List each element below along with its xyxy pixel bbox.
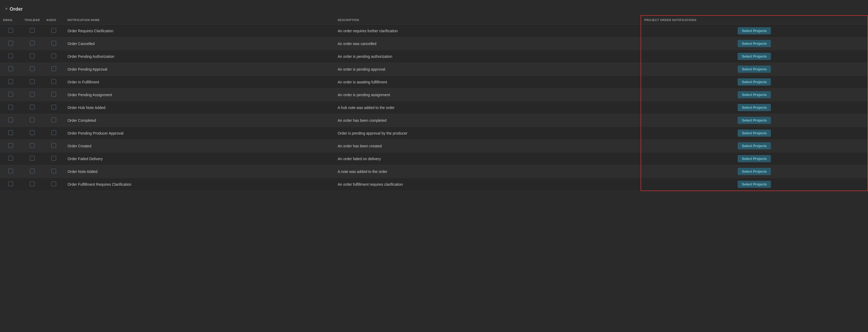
email-checkbox[interactable] xyxy=(8,117,13,122)
toolbar-checkbox-cell xyxy=(21,140,43,153)
table-row: Order Failed DeliveryAn order failed on … xyxy=(0,153,868,165)
notification-name: Order Fulfillment Requires Clarification xyxy=(64,178,334,191)
email-checkbox[interactable] xyxy=(8,79,13,84)
table-row: Order Note AddedA note was added to the … xyxy=(0,165,868,178)
toolbar-checkbox[interactable] xyxy=(30,117,35,122)
col-toolbar: TOOLBAR xyxy=(21,16,43,25)
audio-checkbox[interactable] xyxy=(51,92,56,97)
select-projects-button[interactable]: Select Projects xyxy=(738,104,771,111)
audio-checkbox[interactable] xyxy=(51,28,56,33)
toolbar-checkbox[interactable] xyxy=(30,143,35,148)
audio-checkbox[interactable] xyxy=(51,105,56,110)
notification-name: Order Note Added xyxy=(64,165,334,178)
col-email: EMAIL xyxy=(0,16,21,25)
email-checkbox[interactable] xyxy=(8,182,13,186)
audio-checkbox-cell xyxy=(43,178,64,191)
select-projects-button[interactable]: Select Projects xyxy=(738,27,771,34)
email-checkbox[interactable] xyxy=(8,156,13,161)
email-checkbox[interactable] xyxy=(8,41,13,46)
select-projects-button[interactable]: Select Projects xyxy=(738,117,771,124)
audio-checkbox[interactable] xyxy=(51,117,56,122)
email-checkbox[interactable] xyxy=(8,143,13,148)
toolbar-checkbox[interactable] xyxy=(30,54,35,58)
email-checkbox[interactable] xyxy=(8,54,13,58)
audio-checkbox[interactable] xyxy=(51,79,56,84)
project-select-cell: Select Projects xyxy=(641,165,868,178)
toolbar-checkbox[interactable] xyxy=(30,105,35,110)
toolbar-checkbox[interactable] xyxy=(30,79,35,84)
audio-checkbox-cell xyxy=(43,114,64,127)
toolbar-checkbox-cell xyxy=(21,178,43,191)
select-projects-button[interactable]: Select Projects xyxy=(738,53,771,60)
section-title: Order xyxy=(9,6,23,12)
select-projects-button[interactable]: Select Projects xyxy=(738,40,771,47)
notification-name: Order Pending Approval xyxy=(64,63,334,76)
audio-checkbox-cell xyxy=(43,76,64,88)
collapse-icon[interactable]: ^ xyxy=(5,7,7,11)
email-checkbox-cell xyxy=(0,76,21,88)
audio-checkbox-cell xyxy=(43,140,64,153)
email-checkbox[interactable] xyxy=(8,66,13,71)
toolbar-checkbox-cell xyxy=(21,88,43,101)
toolbar-checkbox-cell xyxy=(21,63,43,76)
toolbar-checkbox[interactable] xyxy=(30,130,35,135)
notification-description: An order failed on delivery xyxy=(334,153,641,165)
email-checkbox[interactable] xyxy=(8,130,13,135)
col-project-order: PROJECT ORDER NOTIFICATIONS xyxy=(641,16,868,25)
project-select-cell: Select Projects xyxy=(641,114,868,127)
page-container: ^ Order EMAIL TOOLBAR AUDIO NOTIFICATION… xyxy=(0,0,868,191)
notification-name: Order Pending Producer Approval xyxy=(64,127,334,140)
toolbar-checkbox[interactable] xyxy=(30,156,35,161)
toolbar-checkbox[interactable] xyxy=(30,41,35,46)
select-projects-button[interactable]: Select Projects xyxy=(738,155,771,162)
project-select-cell: Select Projects xyxy=(641,63,868,76)
audio-checkbox-cell xyxy=(43,101,64,114)
email-checkbox-cell xyxy=(0,88,21,101)
notification-description: A note was added to the order xyxy=(334,165,641,178)
audio-checkbox[interactable] xyxy=(51,143,56,148)
notification-description: An order requires further clarification xyxy=(334,25,641,37)
email-checkbox-cell xyxy=(0,50,21,63)
select-projects-button[interactable]: Select Projects xyxy=(738,168,771,175)
select-projects-button[interactable]: Select Projects xyxy=(738,181,771,188)
audio-checkbox-cell xyxy=(43,153,64,165)
toolbar-checkbox[interactable] xyxy=(30,169,35,173)
audio-checkbox[interactable] xyxy=(51,41,56,46)
select-projects-button[interactable]: Select Projects xyxy=(738,142,771,149)
notification-name: Order In Fulfillment xyxy=(64,76,334,88)
notification-description: An order has been completed xyxy=(334,114,641,127)
project-select-cell: Select Projects xyxy=(641,153,868,165)
notification-name: Order Created xyxy=(64,140,334,153)
select-projects-button[interactable]: Select Projects xyxy=(738,78,771,86)
notification-name: Order Hub Note Added xyxy=(64,101,334,114)
audio-checkbox[interactable] xyxy=(51,169,56,173)
audio-checkbox[interactable] xyxy=(51,182,56,186)
audio-checkbox[interactable] xyxy=(51,66,56,71)
email-checkbox[interactable] xyxy=(8,28,13,33)
email-checkbox[interactable] xyxy=(8,92,13,97)
toolbar-checkbox[interactable] xyxy=(30,182,35,186)
table-row: Order CompletedAn order has been complet… xyxy=(0,114,868,127)
audio-checkbox[interactable] xyxy=(51,156,56,161)
email-checkbox[interactable] xyxy=(8,105,13,110)
select-projects-button[interactable]: Select Projects xyxy=(738,65,771,73)
notification-name: Order Cancelled xyxy=(64,37,334,50)
email-checkbox[interactable] xyxy=(8,169,13,173)
toolbar-checkbox[interactable] xyxy=(30,28,35,33)
table-row: Order Requires ClarificationAn order req… xyxy=(0,25,868,37)
select-projects-button[interactable]: Select Projects xyxy=(738,130,771,137)
notification-description: An order is pending authorization xyxy=(334,50,641,63)
table-row: Order Pending AssignmentAn order is pend… xyxy=(0,88,868,101)
toolbar-checkbox[interactable] xyxy=(30,92,35,97)
audio-checkbox[interactable] xyxy=(51,54,56,58)
audio-checkbox[interactable] xyxy=(51,130,56,135)
email-checkbox-cell xyxy=(0,114,21,127)
notification-description: An order has been created xyxy=(334,140,641,153)
email-checkbox-cell xyxy=(0,140,21,153)
toolbar-checkbox-cell xyxy=(21,50,43,63)
email-checkbox-cell xyxy=(0,165,21,178)
email-checkbox-cell xyxy=(0,101,21,114)
toolbar-checkbox[interactable] xyxy=(30,66,35,71)
select-projects-button[interactable]: Select Projects xyxy=(738,91,771,98)
project-select-cell: Select Projects xyxy=(641,88,868,101)
